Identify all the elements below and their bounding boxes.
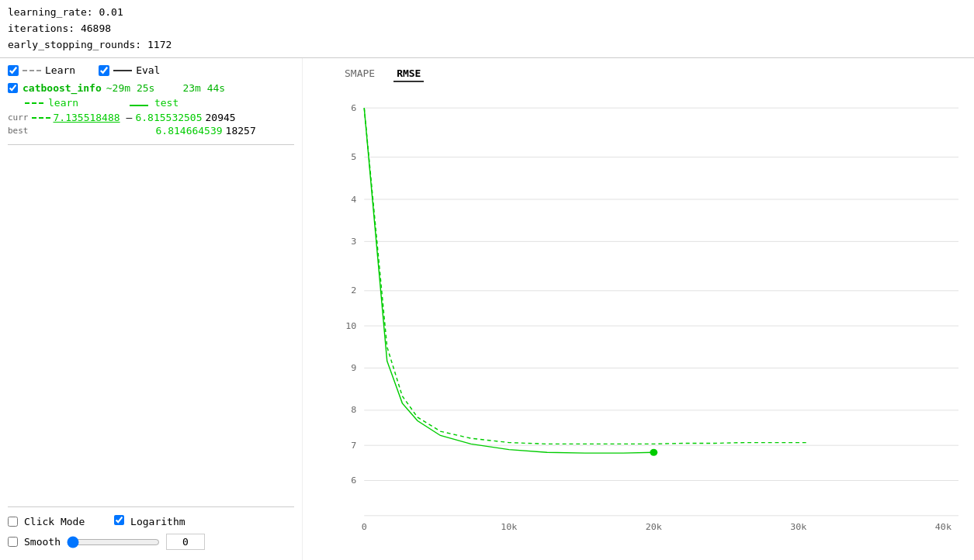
smooth-checkbox[interactable] — [8, 537, 18, 547]
best-test-value: 6.814664539 — [156, 125, 223, 137]
learn-line-icon — [23, 70, 41, 71]
learn-label: Learn — [45, 64, 75, 76]
learning-rate-line: learning_rate: 0.01 — [8, 5, 966, 21]
catboost-learn-label: learn — [48, 97, 78, 109]
catboost-test-line-icon — [130, 105, 148, 106]
svg-text:10: 10 — [345, 321, 356, 331]
smooth-row: Smooth 0 — [8, 534, 294, 550]
best-label: best — [8, 126, 29, 136]
main-layout: Learn Eval catboost_info ~29m 25s 23m 44… — [0, 58, 974, 560]
svg-text:3: 3 — [351, 237, 356, 247]
logarithm-label: Logarithm — [130, 516, 185, 527]
svg-text:4: 4 — [351, 194, 356, 204]
svg-text:6: 6 — [351, 103, 356, 113]
chart-svg-container: 6 5 4 3 2 10 9 8 7 6 0 10k 20k 30k 40k — [334, 87, 958, 537]
svg-text:0: 0 — [362, 522, 367, 532]
left-panel: Learn Eval catboost_info ~29m 25s 23m 44… — [0, 58, 303, 560]
svg-text:8: 8 — [351, 405, 356, 415]
svg-text:10k: 10k — [501, 522, 517, 532]
eval-curve — [364, 109, 653, 454]
eval-label: Eval — [136, 64, 160, 76]
svg-text:6: 6 — [351, 475, 356, 486]
tab-smape[interactable]: SMAPE — [341, 66, 378, 82]
catboost-test-label: test — [154, 97, 179, 109]
learn-test-row: learn test — [25, 97, 294, 109]
curr-row: curr 7.135518488 — 6.815532505 20945 — [8, 112, 294, 123]
logarithm-checkbox[interactable] — [114, 515, 124, 525]
smooth-label: Smooth — [24, 536, 61, 548]
smooth-slider[interactable] — [67, 536, 160, 548]
best-point-marker — [650, 449, 657, 456]
svg-text:9: 9 — [351, 363, 356, 373]
learn-checkbox[interactable] — [8, 65, 19, 76]
curr-test-value: 6.815532505 — [135, 112, 202, 123]
top-bar: learning_rate: 0.01 iterations: 46898 ea… — [0, 0, 974, 58]
svg-text:30k: 30k — [790, 522, 806, 532]
chart-area: SMAPE RMSE 6 — [303, 58, 974, 560]
smooth-value-input[interactable]: 0 — [166, 534, 205, 550]
svg-text:2: 2 — [351, 285, 356, 296]
eval-checkbox-label[interactable]: Eval — [99, 64, 160, 76]
catboost-checkbox[interactable] — [8, 83, 18, 93]
catboost-time-actual: 23m 44s — [182, 82, 225, 94]
catboost-info-row: catboost_info ~29m 25s 23m 44s — [8, 82, 294, 94]
eval-checkbox[interactable] — [99, 65, 109, 76]
svg-text:7: 7 — [351, 441, 356, 451]
click-mode-label: Click Mode — [24, 516, 85, 527]
legend-row: Learn Eval — [8, 64, 294, 76]
learn-checkbox-label[interactable]: Learn — [8, 64, 75, 76]
chart-svg: 6 5 4 3 2 10 9 8 7 6 0 10k 20k 30k 40k — [334, 87, 958, 537]
tab-rmse[interactable]: RMSE — [393, 66, 424, 82]
early-stopping-line: early_stopping_rounds: 1172 — [8, 37, 966, 54]
best-iteration: 18257 — [226, 125, 256, 137]
svg-text:20k: 20k — [646, 522, 662, 532]
iterations-line: iterations: 46898 — [8, 21, 966, 37]
eval-line-icon — [113, 70, 132, 71]
catboost-name: catboost_info — [23, 82, 102, 94]
curr-learn-line-icon — [32, 117, 50, 119]
svg-text:40k: 40k — [935, 522, 951, 532]
catboost-learn-line-icon — [25, 102, 43, 104]
learn-curve — [364, 109, 806, 444]
curr-learn-value[interactable]: 7.135518488 — [54, 112, 120, 123]
svg-text:5: 5 — [351, 152, 356, 162]
bottom-controls: Click Mode Logarithm Smooth 0 — [8, 506, 294, 556]
chart-tabs: SMAPE RMSE — [334, 66, 958, 82]
best-row: best 6.814664539 18257 — [8, 125, 294, 137]
click-mode-row: Click Mode Logarithm — [8, 515, 294, 527]
catboost-time-approx: ~29m 25s — [106, 82, 155, 94]
click-mode-checkbox[interactable] — [8, 517, 18, 527]
curr-iteration: 20945 — [206, 112, 236, 123]
curr-label: curr — [8, 112, 29, 123]
